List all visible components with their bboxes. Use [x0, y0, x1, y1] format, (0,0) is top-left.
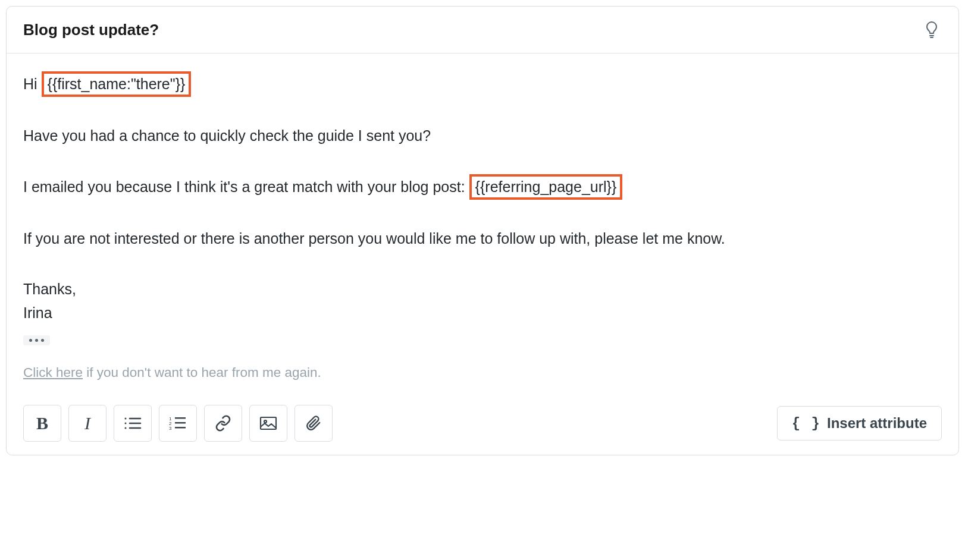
braces-icon: { }	[792, 416, 821, 432]
bold-button[interactable]: B	[23, 405, 61, 442]
lightbulb-icon	[925, 21, 939, 39]
email-body-editor[interactable]: Hi {{first_name:"there"}} Have you had a…	[7, 54, 958, 395]
paperclip-icon	[306, 415, 321, 432]
body-line-4: If you are not interested or there is an…	[23, 226, 942, 250]
numbered-list-button[interactable]: 1 2 3	[159, 405, 197, 442]
editor-toolbar: B I 1 2	[7, 395, 958, 455]
numbered-list-icon: 1 2 3	[169, 416, 187, 430]
body-line-3: I emailed you because I think it's a gre…	[23, 174, 942, 200]
attachment-button[interactable]	[294, 405, 333, 442]
attribute-token-first-name[interactable]: {{first_name:"there"}}	[42, 71, 192, 97]
dot-icon	[41, 339, 44, 342]
dot-icon	[29, 339, 32, 342]
unsubscribe-rest: if you don't want to hear from me again.	[83, 365, 321, 380]
attribute-token-referring-url[interactable]: {{referring_page_url}}	[469, 174, 623, 200]
svg-text:3: 3	[169, 426, 172, 430]
greeting-line: Hi {{first_name:"there"}}	[23, 71, 942, 97]
insert-attribute-button[interactable]: { } Insert attribute	[777, 406, 942, 441]
email-subject[interactable]: Blog post update?	[23, 21, 159, 39]
show-trimmed-content-button[interactable]	[23, 335, 50, 345]
bullet-list-button[interactable]	[114, 405, 152, 442]
signature: Irina	[23, 301, 942, 325]
svg-point-2	[125, 423, 127, 424]
italic-icon: I	[84, 413, 90, 433]
greeting-prefix: Hi	[23, 75, 42, 92]
signoff: Thanks,	[23, 277, 942, 301]
italic-button[interactable]: I	[68, 405, 106, 442]
bullet-list-icon	[124, 416, 142, 430]
svg-rect-11	[175, 427, 186, 429]
link-icon	[215, 415, 231, 432]
svg-rect-7	[175, 417, 186, 419]
insert-attribute-label: Insert attribute	[827, 415, 927, 432]
svg-rect-9	[175, 422, 186, 424]
svg-point-13	[264, 420, 267, 423]
unsubscribe-line: Click here if you don't want to hear fro…	[23, 362, 942, 383]
svg-point-0	[125, 418, 127, 420]
line3-prefix: I emailed you because I think it's a gre…	[23, 178, 469, 195]
toolbar-left-group: B I 1 2	[23, 405, 333, 442]
link-button[interactable]	[204, 405, 242, 442]
suggestions-button[interactable]	[922, 20, 942, 40]
svg-rect-12	[261, 417, 276, 429]
image-button[interactable]	[249, 405, 287, 442]
dot-icon	[35, 339, 38, 342]
body-line-2: Have you had a chance to quickly check t…	[23, 124, 942, 147]
unsubscribe-link[interactable]: Click here	[23, 365, 83, 380]
image-icon	[259, 416, 277, 430]
editor-header: Blog post update?	[7, 7, 958, 54]
email-editor-card: Blog post update? Hi {{first_name:"there…	[6, 6, 959, 455]
svg-point-4	[125, 427, 127, 429]
bold-icon: B	[36, 413, 48, 433]
